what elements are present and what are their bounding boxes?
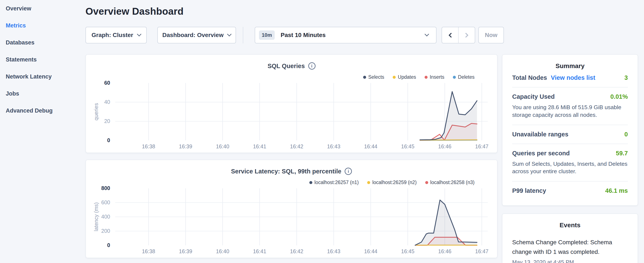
view-nodes-list-link[interactable]: View nodes list: [551, 74, 595, 81]
summary-row-unavailable-ranges: Unavailable ranges 0: [512, 125, 628, 144]
prev-time-button[interactable]: [442, 27, 458, 43]
x-tick-label: 16:43: [319, 248, 349, 254]
x-tick-label: 16:41: [245, 143, 274, 150]
time-range-selector[interactable]: 10m Past 10 Minutes: [255, 27, 436, 43]
dashboard-dropdown[interactable]: Dashboard: Overview: [157, 27, 236, 43]
summary-panel: Summary Total Nodes View nodes list 3 Ca…: [502, 54, 638, 206]
summary-row-description: Sum of Selects, Updates, Inserts, and De…: [512, 160, 628, 176]
events-panel: Events Schema Change Completed: Schema c…: [502, 213, 638, 263]
x-tick-label: 16:46: [430, 143, 460, 150]
event-list-item[interactable]: Schema Change Completed: Schema change w…: [512, 238, 628, 263]
summary-row-queries-per-second: Queries per second 59.7 Sum of Selects, …: [512, 144, 628, 182]
chevron-down-icon: [227, 32, 232, 36]
chart-legend: SelectsUpdatesInsertsDeletes: [355, 74, 474, 80]
x-tick-label: 16:46: [430, 248, 460, 254]
y-tick-label: 40: [92, 99, 110, 105]
legend-dot-icon: [367, 181, 370, 184]
chart-legend: localhost:26257 (n1)localhost:26259 (n2)…: [301, 180, 474, 185]
sidebar-item-jobs[interactable]: Jobs: [0, 85, 86, 102]
legend-item[interactable]: Updates: [393, 74, 416, 80]
summary-row-capacity-used: Capacity Used 0.01% You are using 28.6 M…: [512, 87, 628, 125]
sidebar-item-statements[interactable]: Statements: [0, 51, 86, 68]
summary-row-description: You are using 28.6 MiB of 515.9 GiB usab…: [512, 104, 628, 119]
graph-dropdown-label: Graph: Cluster: [92, 32, 133, 39]
chevron-right-icon: [463, 33, 468, 38]
legend-label: Inserts: [430, 74, 444, 80]
legend-item[interactable]: localhost:26257 (n1): [309, 180, 359, 185]
page-title: Overview Dashboard: [86, 6, 184, 17]
summary-row-value: 0: [624, 131, 628, 138]
x-tick-label: 16:44: [356, 248, 386, 254]
legend-dot-icon: [453, 76, 456, 79]
summary-title: Summary: [512, 62, 628, 70]
legend-label: Selects: [368, 74, 384, 80]
summary-row-total-nodes: Total Nodes View nodes list 3: [512, 70, 628, 87]
legend-label: localhost:26257 (n1): [314, 180, 359, 185]
x-tick-label: 16:45: [393, 143, 423, 150]
x-tick-label: 16:43: [319, 143, 349, 150]
legend-item[interactable]: localhost:26258 (n3): [425, 180, 474, 185]
y-tick-label: 600: [92, 199, 110, 205]
info-icon[interactable]: i: [308, 62, 316, 70]
events-title: Events: [512, 221, 628, 229]
x-tick-label: 16:40: [208, 248, 238, 254]
legend-dot-icon: [363, 76, 366, 79]
now-button[interactable]: Now: [478, 27, 504, 43]
sql-queries-plot[interactable]: queries 16:3816:3916:4016:4116:4216:4316…: [115, 83, 488, 140]
sidebar-item-advanced-debug[interactable]: Advanced Debug: [0, 102, 86, 119]
info-icon[interactable]: i: [345, 168, 352, 175]
y-tick-label: 200: [92, 228, 110, 234]
legend-dot-icon: [424, 76, 428, 79]
y-tick-label: 800: [92, 185, 110, 191]
summary-row-value: 59.7: [616, 150, 628, 157]
sidebar-item-network-latency[interactable]: Network Latency: [0, 68, 86, 85]
summary-row-label: Unavailable ranges: [512, 131, 568, 138]
x-tick-label: 16:42: [282, 143, 312, 150]
legend-item[interactable]: Selects: [363, 74, 384, 80]
chart-title: Service Latency: SQL, 99th percentile i: [86, 168, 497, 175]
x-tick-label: 16:40: [208, 143, 238, 150]
time-range-label: Past 10 Minutes: [281, 32, 326, 39]
legend-label: localhost:26258 (n3): [430, 180, 474, 185]
legend-item[interactable]: Deletes: [453, 74, 474, 80]
y-tick-label: 400: [92, 214, 110, 220]
event-timestamp: May 13, 2020 at 4:45 PM: [512, 259, 628, 263]
y-tick-label: 20: [92, 118, 110, 124]
summary-row-value: 3: [624, 74, 628, 81]
chevron-down-icon: [424, 32, 429, 36]
summary-row-value: 0.01%: [610, 93, 628, 100]
x-tick-label: 16:39: [171, 248, 200, 254]
sidebar: Overview Metrics Databases Statements Ne…: [0, 0, 86, 263]
legend-dot-icon: [309, 181, 312, 184]
y-tick-label: 0: [92, 137, 110, 143]
next-time-button[interactable]: [458, 27, 475, 43]
graph-dropdown[interactable]: Graph: Cluster: [86, 27, 147, 43]
x-tick-label: 16:47: [467, 248, 497, 254]
x-tick-label: 16:38: [134, 248, 164, 254]
x-tick-label: 16:47: [467, 143, 497, 150]
y-axis-label: queries: [93, 83, 99, 140]
sidebar-item-databases[interactable]: Databases: [0, 34, 86, 51]
service-latency-plot[interactable]: latency (ms) 16:3816:3916:4016:4116:4216…: [115, 188, 488, 245]
info-glyph: i: [311, 64, 312, 69]
event-text: Schema Change Completed: Schema change w…: [512, 238, 628, 257]
summary-row-p99-latency: P99 latency 46.1 ms: [512, 181, 628, 200]
x-tick-label: 16:38: [134, 143, 164, 150]
y-tick-label: 0: [92, 242, 110, 248]
sidebar-item-metrics[interactable]: Metrics: [0, 17, 86, 34]
sidebar-item-overview[interactable]: Overview: [0, 0, 86, 17]
summary-row-label: Queries per second: [512, 150, 570, 157]
summary-row-label: P99 latency: [512, 187, 546, 194]
legend-dot-icon: [393, 76, 396, 79]
controls-divider: [243, 27, 243, 43]
summary-row-label: Total Nodes: [512, 74, 547, 81]
x-tick-label: 16:45: [393, 248, 423, 254]
info-glyph: i: [348, 169, 349, 174]
legend-label: localhost:26259 (n2): [372, 180, 416, 185]
x-tick-label: 16:44: [356, 143, 386, 150]
time-range-badge: 10m: [259, 31, 275, 40]
legend-item[interactable]: Inserts: [424, 74, 444, 80]
legend-item[interactable]: localhost:26259 (n2): [367, 180, 416, 185]
x-tick-label: 16:41: [245, 248, 274, 254]
chevron-left-icon: [448, 33, 454, 38]
